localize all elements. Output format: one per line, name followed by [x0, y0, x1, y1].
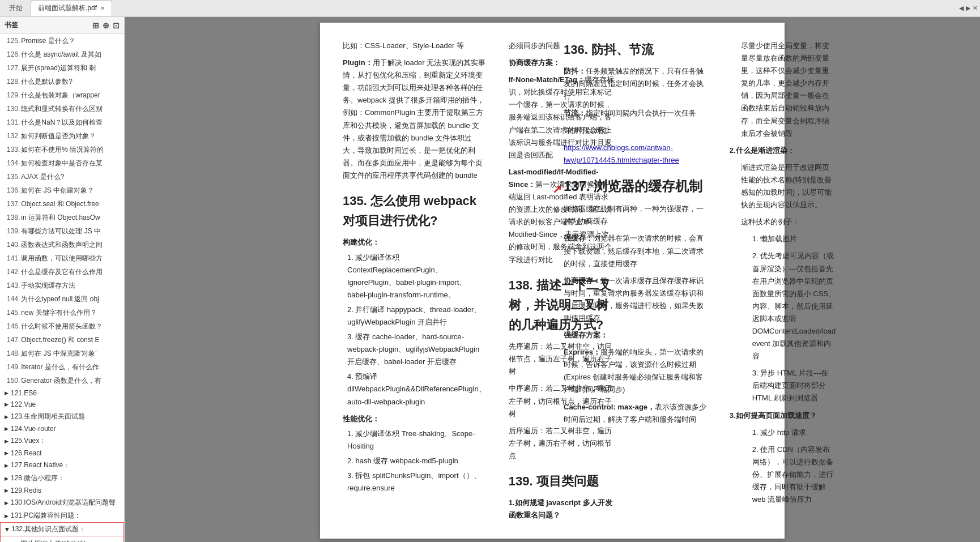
pdf-plugin-text: Plugin：用于解决 loader 无法实现的其实事情，从打包优化和压缩，到重…: [343, 57, 486, 182]
sidebar-group-127r[interactable]: ▶127.React Native：: [0, 459, 124, 472]
sidebar-item-129[interactable]: 129.什么是包装对象（wrapper: [0, 88, 124, 102]
sidebar-icon-page[interactable]: ⊡: [113, 21, 120, 30]
section139-speed1: 1. 减少 http 请求: [730, 426, 836, 439]
section139-q3: 3.如何提高页面加载速度？: [730, 409, 836, 422]
sidebar-group-126r[interactable]: ▶126.React: [0, 447, 124, 459]
section139-lazy: 1. 懒加载图片: [730, 233, 836, 245]
section139-a2sub: 这种技术的例子：: [730, 216, 836, 228]
sidebar-item-125[interactable]: 125.Promise 是什么？: [0, 34, 124, 48]
sidebar-group-128m[interactable]: ▶128.微信小程序：: [0, 472, 124, 485]
sidebar-item-147[interactable]: 147.Object.freeze() 和 const E: [0, 333, 124, 347]
tab-pdf[interactable]: 前端面试题解析.pdf ✕: [31, 1, 112, 16]
sidebar-item-128[interactable]: 128.什么是默认参数?: [0, 75, 124, 88]
sidebar-icon-grid[interactable]: ⊞: [92, 21, 99, 30]
section136-link[interactable]: https://www.cnblogs.com/antwan-lwy/p/107…: [564, 142, 707, 167]
main-layout: 书签 ⊞ ⊕ ⊡ 125.Promise 是什么？ 126.什么是 async/…: [0, 17, 980, 542]
pdf-viewer[interactable]: 比如：CSS-Loader、Style-Loader 等 Plugin：用于解决…: [125, 17, 980, 542]
sidebar: 书签 ⊞ ⊕ ⊡ 125.Promise 是什么？ 126.什么是 async/…: [0, 17, 125, 542]
sidebar-item-144[interactable]: 144.为什么typeof null 返回 obj: [0, 292, 124, 306]
sidebar-group-129[interactable]: ▶129.Redis: [0, 485, 124, 496]
sidebar-item-137[interactable]: 137.Object.seal 和 Object.free: [0, 197, 124, 211]
sidebar-title: 书签: [5, 20, 18, 30]
tab-start-label: 开始: [9, 3, 23, 13]
sidebar-item-132[interactable]: 132.如何判断值是否为对象？: [0, 129, 124, 143]
section137-strong-solution-label: 强缓存方案：: [564, 329, 707, 342]
sidebar-item-133[interactable]: 133.如何在不使用% 情况算符的: [0, 143, 124, 156]
sidebar-item-142[interactable]: 142.什么是缓存及它有什么作用: [0, 265, 124, 279]
sidebar-item-148[interactable]: 148.如何在 JS 中深克隆'对象': [0, 347, 124, 360]
sidebar-group-121[interactable]: ▶121.ES6: [0, 387, 124, 399]
section135-perf: 性能优化： 1. 减少编译体积 Tree-shaking、Scope-Hosit…: [343, 413, 486, 495]
sidebar-icons: ⊞ ⊕ ⊡: [92, 21, 120, 30]
section139-async: 3. 异步 HTML 片段---在后端构建页面时将部分 HTML 刷新到浏览器: [730, 367, 836, 404]
sidebar-group-130[interactable]: ▶130.IOS/Android浏览器适配问题聲: [0, 496, 124, 509]
pdf-intro-text: 比如：CSS-Loader、Style-Loader 等: [343, 40, 486, 52]
sidebar-item-130[interactable]: 130.隐式和显式转换有什么区别: [0, 102, 124, 116]
section135-title: 135. 怎么使用 webpack 对项目进行优化?: [343, 191, 486, 231]
sidebar-item-136[interactable]: 136.如何在 JS 中创建对象？: [0, 183, 124, 197]
sidebar-item-126[interactable]: 126.什么是 async/await 及其如: [0, 48, 124, 61]
sidebar-item-149[interactable]: 149.Iterator 是什么，有什么作: [0, 360, 124, 374]
sidebar-item-134[interactable]: 134.如何检查对象中是否存在某: [0, 156, 124, 170]
sidebar-item-150[interactable]: 150.Generator 函数是什么，有: [0, 374, 124, 387]
section135-build: 构建优化： 1. 减少编译体积 ContextReplacementPugin、…: [343, 236, 486, 408]
sidebar-item-127[interactable]: 127.展开(spread)运算符和 剩: [0, 61, 124, 75]
section136-debounce: 防抖：任务频繁触发的情况下，只有任务触发的间隔超过指定时间的时候，任务才会执行: [564, 65, 707, 103]
tab-nav-prev-icon[interactable]: ◀: [959, 5, 964, 12]
sidebar-group-132[interactable]: ▶ 132.其他知识点面试题：: [0, 522, 124, 536]
sidebar-subgroup-img[interactable]: ▶ 图片压缩上传(移动端)：: [1, 537, 123, 542]
pdf-two-col: 比如：CSS-Loader、Style-Loader 等 Plugin：用于解决…: [343, 40, 762, 522]
tab-bar: 开始 前端面试题解析.pdf ✕ ◀ ▶ ✕: [0, 0, 980, 17]
tab-controls: ◀ ▶ ✕: [959, 5, 978, 12]
sidebar-header: 书签 ⊞ ⊕ ⊡: [0, 17, 124, 34]
section139-a1: 尽量少使用全局变量，将变量尽量放在函数的局部变量里，这样不仅会减少变量重复的几率…: [730, 40, 836, 140]
pdf-page: 比如：CSS-Loader、Style-Loader 等 Plugin：用于解决…: [320, 23, 785, 539]
sidebar-group-124[interactable]: ▶124.Vue-router: [0, 423, 124, 434]
sidebar-item-140[interactable]: 140.函数表达式和函数声明之间: [0, 238, 124, 251]
sidebar-item-143[interactable]: 143.手动实现缓存方法: [0, 279, 124, 292]
sidebar-item-135[interactable]: 135.AJAX 是什么?: [0, 170, 124, 183]
section137-cache-control: Cache-control: max-age，表示该资源多少时间后过期，解决了客…: [564, 401, 707, 426]
sidebar-item-146[interactable]: 146.什么时候不使用箭头函数？: [0, 319, 124, 333]
section139-speed2: 2. 使用 CDN（内容发布网络），可以进行数据备份、扩展存储能力，进行缓存，同…: [730, 443, 836, 506]
tab-close-icon[interactable]: ✕: [100, 5, 105, 11]
sidebar-item-138[interactable]: 138.in 运算符和 Object.hasOw: [0, 211, 124, 224]
sidebar-group-131[interactable]: ▶131.PC端兼容性问题：: [0, 509, 124, 522]
section136-throttle: 节流：指定时间间隔内只会执行一次任务: [564, 107, 707, 120]
tab-start[interactable]: 开始: [2, 1, 29, 15]
sidebar-group-125v[interactable]: ▶125.Vuex：: [0, 434, 124, 447]
section139-priority: 2. 优先考虑可见内容（或首屏渲染）---仅包括首先在用户浏览器中呈现的页面数量…: [730, 250, 836, 362]
section137-strong: 强缓存：浏览器在第一次请求的时候，会直接下载资源，然后缓存到本地，第二次请求的时…: [564, 232, 707, 270]
tab-menu-icon[interactable]: ✕: [973, 5, 978, 12]
sidebar-group-122[interactable]: ▶122.Vue: [0, 399, 124, 410]
section137-title: ↗ 137. 浏览器的缓存机制: [564, 176, 707, 197]
sidebar-tree: 125.Promise 是什么？ 126.什么是 async/await 及其如…: [0, 34, 124, 542]
section139-q2: 2.什么是渐进渲染：: [730, 144, 836, 157]
sidebar-item-145[interactable]: 145.new 关键字有什么作用？: [0, 306, 124, 319]
section137-intro: 浏览器缓存机制有两种，一种为强缓存，一种为协商缓存: [564, 203, 707, 228]
tab-nav-next-icon[interactable]: ▶: [966, 5, 970, 12]
section137-expires: Exprires：服务端的响应头，第一次请求的时候，告诉客户端，该资源什么时候过…: [564, 346, 707, 396]
section139-a2: 渐进式渲染是用于改进网页性能的技术名称(特别是改善感知的加载时间)，以尽可能快的…: [730, 161, 836, 211]
sidebar-item-139[interactable]: 139.有哪些方法可以处理 JS 中: [0, 224, 124, 238]
sidebar-icon-add[interactable]: ⊕: [103, 21, 109, 30]
section136-detail: 详情可以浏览:: [564, 125, 707, 137]
sidebar-item-131[interactable]: 131.什么是NaN？以及如何检查: [0, 116, 124, 129]
tab-pdf-label: 前端面试题解析.pdf: [38, 3, 97, 13]
sidebar-group-123[interactable]: ▶123.生命周期相关面试题: [0, 410, 124, 423]
sidebar-item-141[interactable]: 141.调用函数，可以使用哪些方: [0, 251, 124, 265]
section137-negotiate: 协商缓存：第一次请求缓存且保存缓存标识与时间，重复请求向服务器发送缓存标识和最后…: [564, 275, 707, 325]
section136-title: 136. 防抖、节流: [564, 40, 707, 59]
